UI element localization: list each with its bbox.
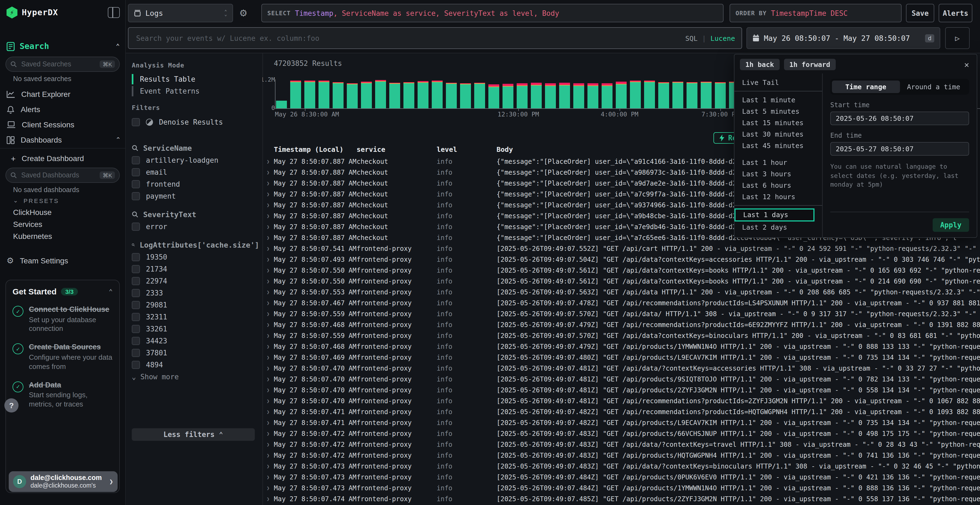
checkbox[interactable]	[132, 337, 140, 345]
histogram-bar[interactable]	[559, 83, 570, 108]
checkbox[interactable]	[132, 325, 140, 333]
mode-lucene-toggle[interactable]: Lucene	[711, 34, 735, 42]
histogram-bar[interactable]	[332, 82, 344, 108]
select-clause-input[interactable]: SELECT Timestamp, ServiceName as service…	[261, 4, 724, 22]
histogram-bar[interactable]	[488, 84, 499, 108]
checkbox[interactable]	[132, 277, 140, 285]
filter-value-row[interactable]: artillery-loadgen	[132, 154, 259, 166]
histogram-bar[interactable]	[672, 82, 683, 108]
tab-around-a-time[interactable]: Around a time	[900, 81, 967, 93]
source-settings-gear-icon[interactable]: ⚙	[238, 8, 249, 19]
col-service[interactable]: service	[356, 145, 437, 155]
histogram-bar[interactable]	[687, 82, 697, 108]
saved-dashboards-input[interactable]: ⌘K	[5, 168, 120, 183]
row-expand-icon[interactable]: ❯	[262, 159, 274, 164]
histogram-bar[interactable]	[715, 82, 726, 108]
log-row[interactable]: ❯May 27 8:50:07.468 AMfrontend-proxyinfo…	[262, 341, 980, 352]
log-row[interactable]: ❯May 27 8:50:07.474 AMfrontend-proxyinfo…	[262, 494, 980, 505]
log-row[interactable]: ❯May 27 8:50:07.550 AMfrontend-proxyinfo…	[262, 276, 980, 287]
histogram-bar[interactable]	[290, 81, 301, 108]
log-row[interactable]: ❯May 27 8:50:07.559 AMfrontend-proxyinfo…	[262, 330, 980, 341]
filter-value-row[interactable]: payment	[132, 190, 259, 202]
checkbox[interactable]	[132, 192, 140, 200]
less-filters-button[interactable]: Less filters ⌃	[132, 428, 255, 441]
event-search-field[interactable]	[135, 33, 685, 43]
preset-clickhouse[interactable]: ClickHouse	[13, 208, 52, 217]
row-expand-icon[interactable]: ❯	[262, 409, 274, 414]
log-row[interactable]: ❯May 27 8:50:07.472 AMfrontend-proxyinfo…	[262, 439, 980, 450]
row-expand-icon[interactable]: ❯	[262, 453, 274, 458]
checkbox[interactable]	[132, 156, 140, 164]
row-expand-icon[interactable]: ❯	[262, 192, 274, 197]
histogram-bar[interactable]	[658, 82, 669, 108]
histogram-bar[interactable]	[545, 83, 556, 108]
quick-range-last-6-hours[interactable]: Last 6 hours	[735, 179, 822, 191]
row-expand-icon[interactable]: ❯	[262, 181, 274, 186]
log-row[interactable]: ❯May 27 8:50:07.472 AMfrontend-proxyinfo…	[262, 428, 980, 439]
log-row[interactable]: ❯May 27 8:50:07.470 AMfrontend-proxyinfo…	[262, 363, 980, 374]
log-row[interactable]: ❯May 27 8:50:07.470 AMfrontend-proxyinfo…	[262, 374, 980, 385]
histogram[interactable]	[276, 80, 740, 108]
log-row[interactable]: ❯May 27 8:50:07.471 AMfrontend-proxyinfo…	[262, 407, 980, 418]
quick-range-last-1-minute[interactable]: Last 1 minute	[735, 94, 822, 106]
checkbox[interactable]	[132, 301, 140, 309]
row-expand-icon[interactable]: ❯	[262, 464, 274, 469]
histogram-bar[interactable]	[276, 101, 287, 108]
histogram-bar[interactable]	[701, 82, 711, 108]
sidebar-item-dashboards[interactable]: Dashboards ⌃	[6, 133, 121, 147]
checkbox[interactable]	[132, 289, 140, 297]
histogram-bar[interactable]	[474, 83, 485, 108]
saved-searches-input[interactable]: ⌘K	[5, 57, 120, 72]
sidebar-item-team-settings[interactable]: ⚙ Team Settings	[6, 254, 121, 268]
preset-kubernetes[interactable]: Kubernetes	[13, 232, 52, 241]
col-level[interactable]: level	[437, 145, 496, 155]
row-expand-icon[interactable]: ❯	[262, 235, 274, 241]
chevron-up-icon[interactable]: ⌃	[109, 287, 113, 295]
filter-value-row[interactable]: error	[132, 221, 259, 232]
log-row[interactable]: ❯May 27 8:50:07.473 AMfrontend-proxyinfo…	[262, 483, 980, 494]
quick-range-live-tail[interactable]: Live Tail	[735, 77, 822, 88]
histogram-bar[interactable]	[375, 80, 386, 108]
row-expand-icon[interactable]: ❯	[262, 279, 274, 284]
col-timestamp[interactable]: Timestamp (Local)	[274, 145, 356, 155]
apply-button[interactable]: Apply	[932, 218, 969, 232]
checkbox[interactable]	[132, 313, 140, 321]
show-more-button[interactable]: ⌄Show more	[132, 371, 259, 383]
quick-range-last-30-minutes[interactable]: Last 30 minutes	[735, 129, 822, 140]
chevron-up-icon[interactable]: ⌃	[115, 136, 121, 144]
histogram-bar[interactable]	[432, 81, 442, 108]
checkbox[interactable]	[132, 168, 140, 176]
start-time-field[interactable]	[830, 111, 969, 125]
checkbox[interactable]	[132, 118, 140, 126]
end-time-field[interactable]	[830, 142, 969, 156]
row-expand-icon[interactable]: ❯	[262, 431, 274, 437]
saved-dashboards-field[interactable]	[20, 171, 97, 179]
row-expand-icon[interactable]: ❯	[262, 322, 274, 327]
row-expand-icon[interactable]: ❯	[262, 355, 274, 360]
histogram-bar[interactable]	[361, 82, 372, 108]
filter-value-row[interactable]: 32311	[132, 311, 259, 323]
sidebar-item-alerts[interactable]: Alerts	[6, 102, 121, 116]
row-expand-icon[interactable]: ❯	[262, 344, 274, 349]
histogram-bar[interactable]	[601, 83, 612, 108]
log-row[interactable]: ❯May 27 8:50:07.467 AMfrontend-proxyinfo…	[262, 298, 980, 308]
row-expand-icon[interactable]: ❯	[262, 475, 274, 480]
tab-time-range[interactable]: Time range	[832, 81, 900, 93]
histogram-bar[interactable]	[587, 83, 598, 108]
close-icon[interactable]: ✕	[962, 60, 971, 69]
time-range-input[interactable]: May 26 08:50:07 - May 27 08:50:07 d	[746, 27, 940, 49]
checkbox[interactable]	[132, 265, 140, 273]
row-expand-icon[interactable]: ❯	[262, 202, 274, 208]
histogram-bar[interactable]	[347, 83, 358, 108]
row-expand-icon[interactable]: ❯	[262, 485, 274, 491]
histogram-bar[interactable]	[503, 84, 514, 108]
log-row[interactable]: ❯May 27 8:50:07.559 AMfrontend-proxyinfo…	[262, 308, 980, 319]
row-expand-icon[interactable]: ❯	[262, 399, 274, 404]
row-expand-icon[interactable]: ❯	[262, 289, 274, 295]
user-profile-button[interactable]: D dale@clickhouse.com dale@clickhouse.co…	[9, 471, 118, 492]
histogram-bar[interactable]	[446, 83, 457, 108]
denoise-results-checkbox[interactable]: Denoise Results	[132, 116, 223, 128]
checkbox[interactable]	[132, 180, 140, 188]
log-row[interactable]: ❯May 27 8:50:07.470 AMfrontend-proxyinfo…	[262, 395, 980, 407]
preset-services[interactable]: Services	[13, 220, 42, 229]
